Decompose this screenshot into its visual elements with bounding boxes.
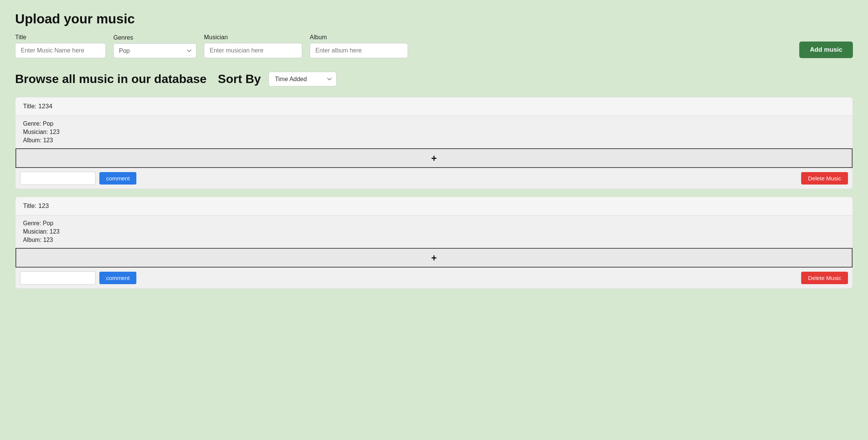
comment-input[interactable]	[20, 172, 96, 185]
genres-select[interactable]: Pop Rock Jazz Classical Hip-Hop Electron…	[113, 43, 196, 58]
music-musician: Musician: 123	[23, 129, 845, 135]
music-musician: Musician: 123	[23, 228, 845, 235]
music-list: Title: 1234 Genre: Pop Musician: 123 Alb…	[15, 97, 853, 289]
album-group: Album	[310, 34, 408, 58]
add-music-button[interactable]: Add music	[799, 42, 853, 58]
title-label: Title	[15, 34, 106, 41]
sort-by-label: Sort By	[218, 72, 261, 86]
comment-input[interactable]	[20, 271, 96, 285]
musician-group: Musician	[204, 34, 302, 58]
genres-label: Genres	[113, 34, 196, 41]
browse-title: Browse all music in our database	[15, 72, 207, 86]
browse-header: Browse all music in our database Sort By…	[15, 72, 853, 86]
title-input[interactable]	[15, 43, 106, 58]
page-title: Upload your music	[15, 11, 853, 26]
musician-input[interactable]	[204, 43, 302, 58]
music-card-title: Title: 123	[15, 197, 853, 215]
music-genre: Genre: Pop	[23, 220, 845, 227]
comment-button[interactable]: comment	[99, 172, 136, 185]
music-card-details: Genre: Pop Musician: 123 Album: 123	[15, 116, 853, 148]
music-genre: Genre: Pop	[23, 120, 845, 127]
music-album: Album: 123	[23, 237, 845, 243]
music-card-title: Title: 1234	[15, 97, 853, 116]
title-group: Title	[15, 34, 106, 58]
add-comment-bar[interactable]: +	[15, 148, 853, 168]
sort-select[interactable]: Time Added Title Genre Musician Album	[269, 72, 337, 86]
comment-button[interactable]: comment	[99, 272, 136, 284]
album-label: Album	[310, 34, 408, 41]
upload-form: Title Genres Pop Rock Jazz Classical Hip…	[15, 34, 853, 58]
genres-group: Genres Pop Rock Jazz Classical Hip-Hop E…	[113, 34, 196, 58]
music-card: Title: 1234 Genre: Pop Musician: 123 Alb…	[15, 97, 853, 189]
delete-music-button[interactable]: Delete Music	[801, 172, 848, 185]
delete-music-button[interactable]: Delete Music	[801, 272, 848, 284]
card-actions: comment Delete Music	[15, 168, 853, 189]
music-card-details: Genre: Pop Musician: 123 Album: 123	[15, 215, 853, 248]
music-card: Title: 123 Genre: Pop Musician: 123 Albu…	[15, 197, 853, 289]
music-album: Album: 123	[23, 137, 845, 144]
album-input[interactable]	[310, 43, 408, 58]
add-comment-bar[interactable]: +	[15, 248, 853, 268]
card-actions: comment Delete Music	[15, 268, 853, 288]
musician-label: Musician	[204, 34, 302, 41]
